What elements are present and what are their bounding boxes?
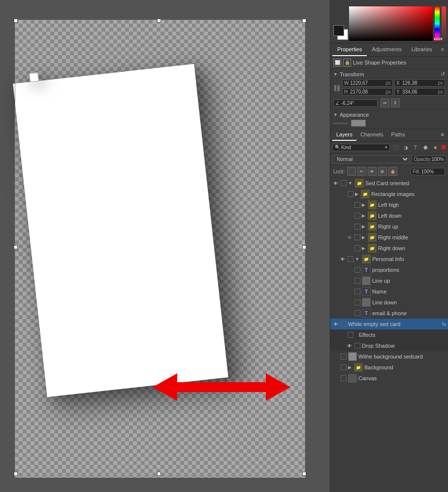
layer-name[interactable]: T Name	[330, 286, 448, 297]
tab-libraries[interactable]: Libraries	[407, 43, 437, 56]
eye-white-empty-sed-card[interactable]: 👁	[332, 321, 339, 328]
transform-angle-field[interactable]: ∠ -6,24°	[333, 99, 378, 107]
eye-canvas[interactable]	[332, 375, 339, 382]
lock-position-btn[interactable]: ✜	[368, 167, 377, 176]
eye-sed-card-oriented[interactable]: 👁	[332, 180, 339, 187]
eye-drop-shadow[interactable]: 👁	[346, 342, 353, 349]
filter-type-icon[interactable]: T	[411, 143, 420, 152]
layer-white-empty-sed-card[interactable]: 👁 White empty sed card fx	[330, 319, 448, 329]
color-opacity-bar[interactable]	[442, 6, 447, 41]
appearance-collapse-icon[interactable]: ▼	[333, 112, 338, 117]
tab-channels[interactable]: Channels	[356, 129, 387, 141]
tab-adjustments[interactable]: Adjustments	[367, 43, 407, 56]
filter-adjustment-icon[interactable]: ◑	[401, 143, 410, 152]
collapse-left-high[interactable]: ▶	[362, 202, 365, 207]
handle-middle-right[interactable]	[302, 245, 306, 249]
transform-collapse-icon[interactable]: ▼	[333, 72, 338, 77]
handle-bottom-left[interactable]	[14, 472, 18, 476]
eye-line-down[interactable]	[346, 299, 353, 306]
collapse-sed-card-oriented[interactable]: ▼	[348, 181, 352, 186]
eye-line-up[interactable]	[346, 277, 353, 284]
eye-left-down[interactable]	[346, 212, 353, 219]
lock-pixels-btn[interactable]: ✏	[357, 167, 366, 176]
layer-drop-shadow[interactable]: 👁 Drop Shadow	[330, 340, 448, 351]
handle-bottom-middle[interactable]	[157, 472, 161, 476]
eye-background[interactable]	[332, 364, 339, 371]
collapse-background[interactable]: ▶	[348, 365, 352, 370]
layer-line-up[interactable]: Line up	[330, 275, 448, 286]
transform-y-field[interactable]: Y 334,06 px	[394, 88, 445, 96]
layer-proportions[interactable]: T proportions	[330, 264, 448, 275]
tab-layers[interactable]: Layers	[332, 129, 356, 141]
layer-effects[interactable]: Effects	[330, 329, 448, 340]
collapse-right-up[interactable]: ▶	[362, 224, 365, 229]
fg-bg-swatches	[333, 25, 348, 40]
lock-artboard-btn[interactable]: ⊞	[378, 167, 387, 176]
lock-all-btn[interactable]: 🔒	[388, 167, 397, 176]
layer-withe-background-sedcard[interactable]: Withe background sedcard	[330, 351, 448, 362]
handle-middle-left[interactable]	[14, 245, 18, 249]
handle-top-middle[interactable]	[157, 19, 161, 23]
eye-name[interactable]	[346, 288, 353, 295]
eye-right-middle[interactable]: 👁	[346, 234, 353, 241]
collapse-personal-info[interactable]: ▼	[355, 257, 359, 262]
collapse-rectangle-images[interactable]: ▶	[355, 192, 358, 197]
fill-swatch[interactable]	[351, 120, 366, 127]
layer-right-middle[interactable]: 👁 ▶ 📁 Right middle	[330, 232, 448, 243]
blend-mode-select[interactable]: Normal	[332, 155, 410, 164]
layer-rectangle-images[interactable]: ▶ 📁 Rectangle images	[330, 189, 448, 199]
eye-effects[interactable]	[339, 331, 346, 338]
fill-field[interactable]: Fill: 100%	[411, 168, 445, 175]
color-spectrum-bar[interactable]	[435, 6, 440, 41]
thumb-right-middle: 📁	[368, 233, 377, 242]
eye-withe-background-sedcard[interactable]	[332, 353, 339, 360]
tab-paths[interactable]: Paths	[387, 129, 409, 141]
layer-left-high[interactable]: ▶ 📁 Left high	[330, 199, 448, 210]
layer-left-down[interactable]: ▶ 📁 Left down	[330, 210, 448, 221]
chain-link-icon[interactable]: ⛓	[333, 84, 340, 92]
layer-right-down[interactable]: ▶ 📁 Right down	[330, 243, 448, 254]
eye-rectangle-images[interactable]	[339, 191, 346, 197]
fill-value: 100%	[421, 169, 443, 174]
layer-email-phone[interactable]: T email & phone	[330, 308, 448, 319]
transform-w-field[interactable]: W 1220,67 px	[342, 79, 393, 87]
filter-smart-icon[interactable]: ★	[431, 143, 440, 152]
tab-properties[interactable]: Properties	[332, 43, 367, 56]
collapse-left-down[interactable]: ▶	[362, 213, 365, 218]
flip-vertical-btn[interactable]: ⇕	[391, 98, 400, 107]
stroke-swatch[interactable]	[333, 123, 348, 124]
filter-pixel-icon[interactable]: ⬛	[391, 143, 400, 152]
thumb-email-phone: T	[362, 309, 371, 318]
panel-menu-icon[interactable]: ≡	[439, 43, 446, 56]
flip-horizontal-btn[interactable]: ⇔	[381, 98, 389, 107]
layer-line-down[interactable]: Line down	[330, 297, 448, 308]
white-card[interactable]	[13, 64, 228, 397]
layer-sed-card-oriented[interactable]: 👁 ▼ 📁 Sed Card oriented	[330, 178, 448, 189]
filter-shape-icon[interactable]: ⬟	[421, 143, 430, 152]
foreground-swatch[interactable]	[333, 25, 344, 36]
layers-menu-icon[interactable]: ≡	[439, 129, 446, 141]
layer-background[interactable]: ▶ 📁 Background	[330, 362, 448, 373]
collapse-right-middle[interactable]: ▶	[362, 235, 365, 240]
opacity-field[interactable]: Opacity: 100%	[412, 156, 446, 163]
layer-right-up[interactable]: ▶ 📁 Right up	[330, 221, 448, 232]
eye-personal-info[interactable]: 👁	[339, 256, 346, 262]
eye-right-up[interactable]	[346, 223, 353, 230]
transform-x-field[interactable]: X 126,38 px	[394, 79, 445, 87]
color-gradient-picker[interactable]	[349, 6, 433, 41]
name-name: Name	[372, 289, 446, 295]
handle-bottom-right[interactable]	[302, 472, 306, 476]
transform-h-field[interactable]: H 2170,08 px	[342, 88, 393, 96]
layer-personal-info[interactable]: 👁 ▼ 📁 Personal Info	[330, 254, 448, 264]
eye-left-high[interactable]	[346, 201, 353, 208]
transform-reset-icon[interactable]: ↺	[441, 71, 445, 77]
eye-email-phone[interactable]	[346, 310, 353, 317]
lock-transparency-btn[interactable]: ⬛	[347, 167, 356, 176]
layer-canvas[interactable]: Canvas	[330, 373, 448, 384]
handle-top-left[interactable]	[14, 19, 18, 23]
handle-top-right[interactable]	[302, 19, 306, 23]
filter-search-field[interactable]: 🔍 Kind ▾	[332, 144, 390, 151]
collapse-right-down[interactable]: ▶	[362, 246, 365, 251]
eye-proportions[interactable]	[346, 266, 353, 273]
eye-right-down[interactable]	[346, 245, 353, 252]
